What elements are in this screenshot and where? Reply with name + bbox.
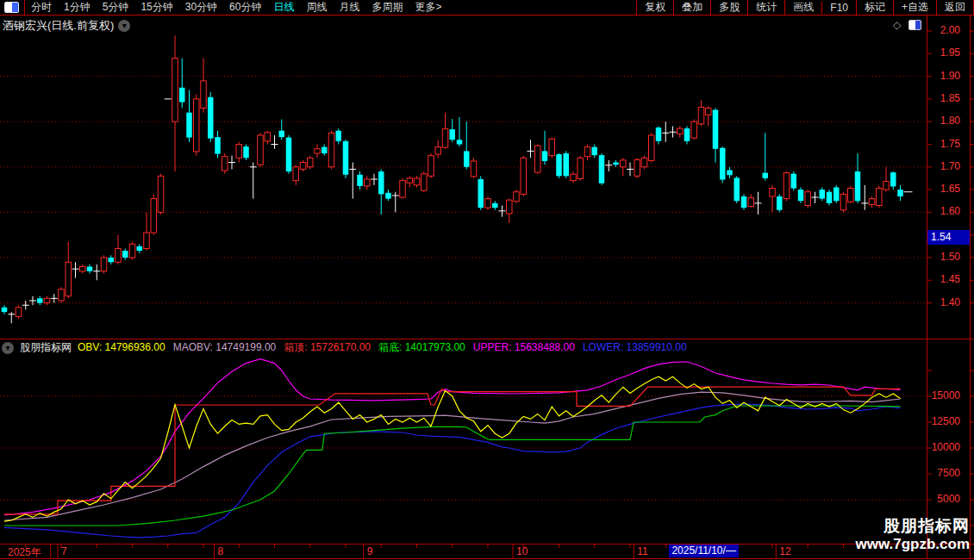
candle-down: [834, 187, 840, 201]
candle-down: [564, 153, 570, 176]
axis-year-label: 2025年: [8, 545, 41, 560]
candle-up: [621, 160, 627, 167]
candle-up: [80, 267, 86, 271]
candle-down: [855, 171, 861, 201]
candle-down: [2, 308, 8, 312]
candle-down: [478, 179, 484, 208]
chevron-down-icon[interactable]: ▾: [118, 20, 130, 32]
candle-down: [820, 190, 826, 199]
candle-up: [194, 99, 200, 152]
candle-up: [44, 298, 50, 302]
candle-up: [521, 158, 527, 194]
candle-up: [236, 145, 242, 159]
candle-down: [243, 146, 249, 158]
candle-up: [877, 189, 883, 206]
candle-up: [869, 199, 875, 205]
indicator-axis-label: 5000: [937, 493, 960, 505]
candle-down: [890, 172, 896, 186]
price-axis-label: 2.00: [940, 24, 960, 36]
candle-up: [698, 107, 704, 123]
price-axis-label: 1.60: [940, 205, 960, 217]
candle-up: [571, 174, 577, 180]
candle-up: [442, 129, 448, 148]
candle-up: [315, 149, 321, 153]
candle-down: [656, 128, 662, 141]
candle-up: [641, 158, 647, 167]
axis-month-label: 9: [367, 545, 373, 557]
candle-down: [357, 175, 363, 186]
candle-up: [784, 173, 790, 199]
candle-up: [471, 161, 477, 177]
candle-up: [116, 248, 122, 262]
candle-down: [186, 113, 192, 138]
app-window: 分时1分钟5分钟15分钟30分钟60分钟日线周线月线多周期更多> 复权叠加多股统…: [0, 0, 974, 560]
candle-up: [172, 59, 178, 122]
candle-down: [109, 258, 115, 262]
axis-month-label: 8: [218, 545, 224, 557]
candle-up: [151, 199, 157, 233]
candle-down: [122, 251, 128, 258]
indicator-axis-label: 15000: [932, 389, 960, 401]
candle-up: [677, 128, 684, 134]
candle-up: [407, 178, 413, 183]
candle-down: [777, 196, 783, 210]
price-axis-label: 1.45: [940, 273, 960, 285]
indicator-axis-label: 7500: [937, 467, 960, 479]
candle-down: [322, 147, 328, 153]
candle-up: [805, 192, 811, 206]
candle-down: [734, 177, 740, 201]
candle-down: [87, 267, 93, 271]
candle-down: [378, 171, 384, 194]
indicator-field-箱底: 箱底: 14017973.00: [378, 341, 465, 353]
selected-date-tag: 2025/11/10/—: [669, 544, 739, 557]
candle-up: [308, 158, 314, 167]
candle-up: [535, 146, 541, 172]
last-price-tag: 1.54: [927, 230, 970, 245]
candle-up: [770, 189, 776, 196]
candle-down: [897, 190, 903, 196]
candle-up: [634, 159, 640, 176]
candle-up: [485, 199, 491, 208]
candle-down: [385, 193, 391, 199]
price-axis-label: 1.90: [940, 70, 960, 82]
indicator-field-OBV: OBV: 14796936.00: [78, 341, 165, 353]
candle-up: [400, 181, 406, 197]
candle-up: [514, 192, 520, 202]
indicator-field-MAOBV: MAOBV: 14749199.00: [173, 341, 277, 353]
candle-down: [464, 151, 470, 166]
series-MAOBV: [4, 392, 901, 520]
chart-canvas[interactable]: [0, 0, 974, 560]
indicator-field-UPPER: UPPER: 15638488.00: [473, 341, 575, 353]
diamond-icon[interactable]: ◇: [893, 19, 901, 31]
series-LOWER: [4, 404, 901, 538]
split-view-icon[interactable]: [908, 20, 921, 30]
axis-month-label: 11: [637, 545, 647, 557]
axis-month-label: 7: [61, 545, 67, 557]
indicator-source-label: 股朋指标网: [20, 340, 72, 355]
candle-down: [492, 203, 498, 208]
indicator-field-箱顶: 箱顶: 15726170.00: [284, 341, 371, 353]
indicator-axis-label: 10000: [932, 441, 960, 453]
candle-down: [599, 155, 605, 184]
page-title: 酒钢宏兴(日线.前复权): [3, 18, 114, 34]
collapse-icon[interactable]: ▾: [2, 342, 14, 354]
candle-down: [215, 137, 221, 153]
candle-down: [286, 138, 292, 171]
candle-up: [328, 133, 334, 166]
candle-down: [343, 141, 349, 175]
candle-up: [584, 147, 590, 157]
candle-up: [883, 182, 890, 190]
candle-up: [16, 308, 22, 317]
price-axis-label: 1.85: [940, 92, 960, 104]
price-axis-label: 1.70: [940, 160, 960, 172]
candle-up: [265, 133, 271, 141]
price-axis-label: 1.40: [940, 296, 960, 308]
candle-down: [208, 97, 214, 139]
candle-up: [158, 176, 164, 212]
price-axis-label: 1.65: [940, 183, 960, 195]
candle-up: [414, 178, 420, 185]
candle-down: [791, 174, 797, 189]
price-axis-label: 1.50: [940, 251, 960, 263]
candle-down: [713, 110, 719, 149]
candle-down: [37, 298, 43, 302]
